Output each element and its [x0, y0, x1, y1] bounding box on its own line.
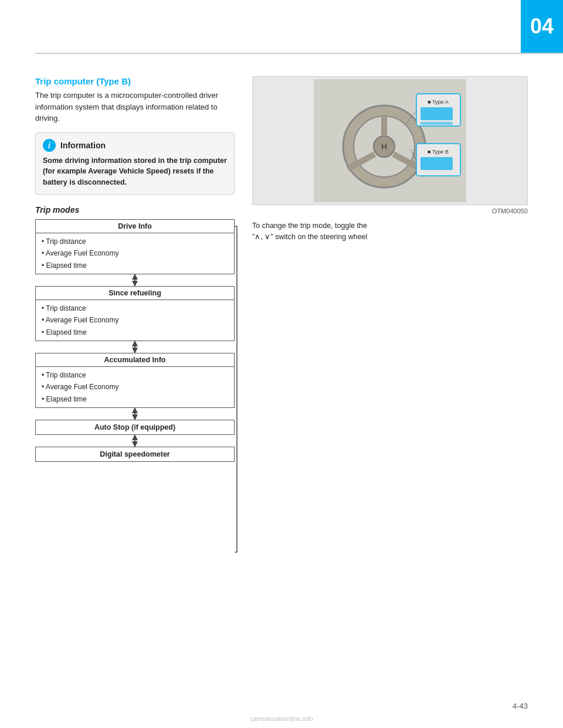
arrow-1: [35, 274, 235, 286]
arrow-3: [35, 408, 235, 420]
right-column: H ■ Type A ■ Type B OTM040050 To change …: [252, 76, 528, 462]
drive-item-3: • Elapsed time: [42, 260, 228, 271]
info-box-body: Some driving information stored in the t…: [43, 155, 227, 188]
refuel-item-3: • Elapsed time: [42, 326, 228, 338]
steering-wheel-svg: H ■ Type A ■ Type B: [314, 79, 466, 202]
drive-info-header: Drive Info: [36, 220, 234, 233]
watermark: carmanualsonline.info: [250, 715, 313, 722]
accum-item-1: • Trip distance: [42, 369, 228, 381]
arrow-4: [35, 435, 235, 447]
chapter-tab: 04: [521, 0, 563, 53]
accum-item-2: • Average Fuel Economy: [42, 381, 228, 393]
section-title: Trip computer (Type B): [35, 76, 235, 86]
svg-marker-14: [132, 407, 138, 413]
bracket-svg: [235, 219, 250, 559]
caption-text: To change the trip mode, toggle the "∧, …: [252, 220, 528, 243]
drive-info-box: Drive Info • Trip distance • Average Fue…: [35, 219, 235, 274]
info-header: i Information: [43, 139, 227, 152]
left-column: Trip computer (Type B) The trip computer…: [35, 76, 235, 462]
info-icon: i: [43, 139, 56, 152]
since-refueling-body: • Trip distance • Average Fuel Economy •…: [36, 300, 234, 341]
trip-modes-label: Trip modes: [35, 205, 235, 215]
drive-item-2: • Average Fuel Economy: [42, 247, 228, 259]
svg-marker-18: [132, 434, 138, 440]
accumulated-info-body: • Trip distance • Average Fuel Economy •…: [36, 367, 234, 407]
main-content: Trip computer (Type B) The trip computer…: [35, 76, 528, 462]
refuel-item-2: • Average Fuel Economy: [42, 314, 228, 326]
since-refueling-box: Since refueling • Trip distance • Averag…: [35, 286, 235, 341]
page-number: 4-43: [513, 702, 528, 710]
arrow-2: [35, 341, 235, 353]
refuel-item-1: • Trip distance: [42, 302, 228, 314]
drive-info-body: • Trip distance • Average Fuel Economy •…: [36, 233, 234, 274]
svg-marker-10: [132, 341, 138, 346]
flow-diagram: Drive Info • Trip distance • Average Fue…: [35, 219, 235, 462]
svg-rect-33: [420, 157, 453, 170]
auto-stop-box: Auto Stop (if equipped): [35, 420, 235, 435]
digital-speedometer-box: Digital speedometer: [35, 447, 235, 462]
svg-marker-6: [132, 274, 138, 280]
chapter-number: 04: [530, 14, 554, 39]
info-box: i Information Some driving information s…: [35, 132, 235, 195]
svg-rect-29: [420, 107, 453, 120]
image-caption: OTM040050: [252, 207, 528, 215]
intro-text: The trip computer is a microcomputer-con…: [35, 90, 235, 124]
top-rule: [35, 53, 563, 54]
svg-rect-30: [420, 122, 453, 125]
accum-item-3: • Elapsed time: [42, 393, 228, 405]
accumulated-info-box: Accumulated Info • Trip distance • Avera…: [35, 353, 235, 408]
info-box-title: Information: [60, 141, 106, 150]
since-refueling-header: Since refueling: [36, 287, 234, 300]
svg-text:■ Type B: ■ Type B: [428, 149, 449, 155]
accumulated-info-header: Accumulated Info: [36, 353, 234, 367]
drive-item-1: • Trip distance: [42, 236, 228, 247]
svg-text:■ Type A: ■ Type A: [428, 99, 448, 105]
svg-text:H: H: [381, 142, 387, 151]
car-image: H ■ Type A ■ Type B: [252, 76, 528, 205]
